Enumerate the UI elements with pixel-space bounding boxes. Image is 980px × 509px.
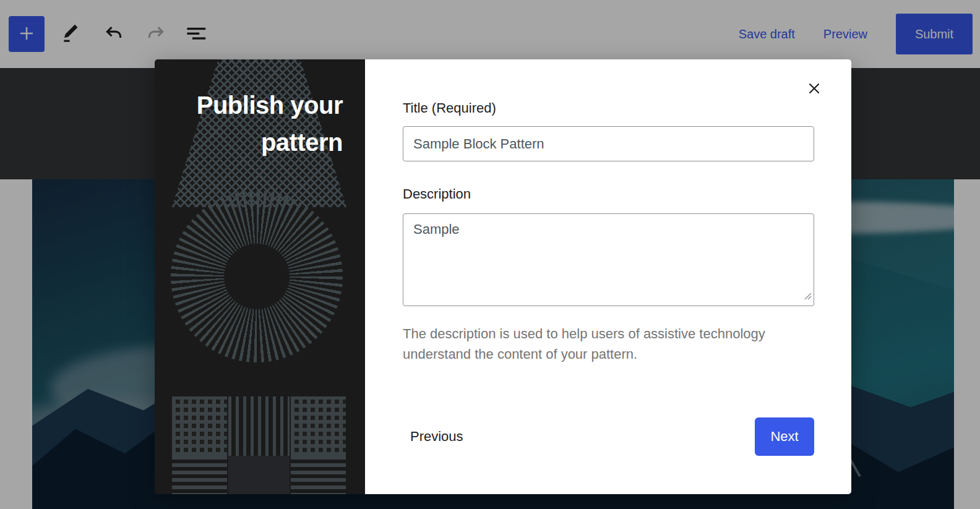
waffle-pattern	[291, 396, 346, 456]
close-button[interactable]	[806, 80, 823, 98]
horizontal-stripes-pattern	[291, 456, 346, 494]
previous-button[interactable]: Previous	[403, 429, 471, 445]
title-input[interactable]	[403, 126, 814, 161]
horizontal-stripes-pattern	[172, 456, 227, 494]
description-field-label: Description	[403, 186, 814, 202]
sunburst-pattern-decoration	[170, 190, 343, 363]
modal-decorative-panel: Publish your pattern	[155, 59, 365, 494]
description-help-text: The description is used to help users of…	[403, 323, 799, 364]
description-field: Sample	[403, 213, 814, 306]
grid-pattern-decoration	[172, 396, 346, 494]
solid-block-decoration	[228, 456, 290, 494]
modal-footer: Previous Next	[403, 417, 814, 456]
modal-heading: Publish your pattern	[162, 87, 343, 161]
resize-handle-icon[interactable]	[803, 291, 812, 302]
description-textarea[interactable]: Sample	[403, 213, 814, 306]
close-icon	[806, 89, 822, 98]
modal-content: Title (Required) Description Sample The …	[365, 59, 851, 494]
vertical-stripes-pattern	[228, 396, 290, 456]
editor-screen: Save draft Preview Submit	[0, 0, 980, 509]
title-field-label: Title (Required)	[403, 100, 814, 116]
next-button[interactable]: Next	[755, 417, 814, 456]
publish-pattern-modal: Publish your pattern Title (Required) De…	[155, 59, 851, 494]
waffle-pattern	[172, 396, 227, 456]
